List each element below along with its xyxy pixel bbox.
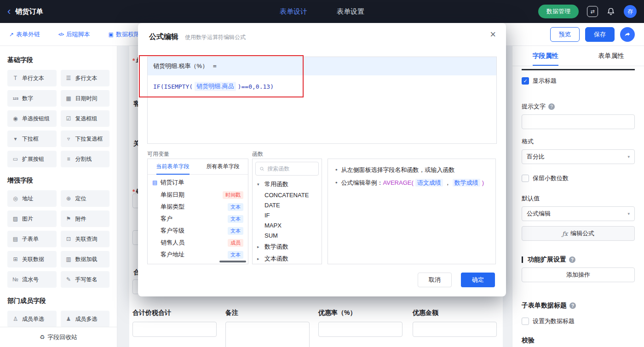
tab-form-design[interactable]: 表单设计 <box>280 7 307 16</box>
back-chevron-icon[interactable]: ‹ <box>7 6 11 17</box>
checkbox-unchecked[interactable] <box>522 318 529 325</box>
backend-script-item[interactable]: </> 后端脚本 <box>58 30 90 39</box>
radio-icon: ◉ <box>12 115 19 122</box>
help-icon[interactable]: ? <box>569 256 575 263</box>
function-item-if[interactable]: IF <box>253 210 322 221</box>
data-permission-label: 数据权限 <box>116 30 140 39</box>
checkbox-unchecked[interactable] <box>522 175 529 182</box>
variable-row[interactable]: 客户地址文本 <box>148 249 248 261</box>
tab-form-settings[interactable]: 表单设置 <box>337 7 364 16</box>
add-action-button[interactable]: 添加操作 <box>522 267 635 282</box>
field-linked-data[interactable]: ⊞关联数据 <box>7 251 57 267</box>
field-multi-line-text[interactable]: ☰多行文本 <box>61 70 110 86</box>
example-function-name: AVERAGE( <box>383 179 414 186</box>
field-radio-group[interactable]: ◉单选按钮组 <box>7 110 57 127</box>
recycle-icon: ♻ <box>40 334 45 341</box>
field-divider[interactable]: ≡分割线 <box>61 151 110 167</box>
field-label: 单选按钮组 <box>22 115 50 123</box>
dropdown-multi-icon: ▿ <box>65 136 73 142</box>
field-serial-number[interactable]: №流水号 <box>7 271 57 288</box>
preview-button[interactable]: 预览 <box>550 27 580 42</box>
share-button[interactable] <box>620 27 635 42</box>
field-discount-rate: 优惠率（%） <box>318 309 408 337</box>
data-permission-item[interactable]: ▣ 数据权限 <box>109 30 140 39</box>
horizontal-scrollbar-thumb[interactable] <box>219 261 246 262</box>
dialog-title: 公式编辑 <box>149 32 178 42</box>
variable-row[interactable]: 销售人员成员 <box>148 237 248 249</box>
function-item-concatenate[interactable]: CONCATENATE <box>253 190 322 200</box>
notification-bell-icon[interactable] <box>606 7 615 16</box>
field-data-load[interactable]: ▥数据加载 <box>61 251 110 267</box>
variable-row[interactable]: 客户等级文本 <box>148 225 248 237</box>
field-label: 优惠金额 <box>413 309 502 317</box>
cancel-button[interactable]: 取消 <box>418 273 452 287</box>
close-icon[interactable]: × <box>490 29 496 40</box>
function-item-sum[interactable]: SUM <box>253 231 322 241</box>
location-icon: ⊕ <box>65 195 73 202</box>
recycle-label: 字段回收站 <box>47 333 77 341</box>
tab-current-form-fields[interactable]: 当前表单字段 <box>148 159 198 174</box>
function-group-math[interactable]: ▸ 数学函数 <box>253 241 322 253</box>
discount-amount-input[interactable] <box>413 322 497 337</box>
app-switch-icon[interactable]: ⇄ <box>587 6 598 17</box>
field-signature[interactable]: ✎手写签名 <box>61 271 110 288</box>
function-search-input[interactable] <box>267 165 315 172</box>
type-tag: 成员 <box>228 239 243 247</box>
formula-editor-dialog: 公式编辑 使用数学运算符编辑公式 × 销货明细.税率（%） ＝ IF(ISEMP… <box>138 23 506 296</box>
total-with-tax-input[interactable] <box>132 322 217 337</box>
function-group-common[interactable]: ▾ 常用函数 <box>253 178 322 190</box>
function-group-text[interactable]: ▸ 文本函数 <box>253 253 322 264</box>
field-single-line-text[interactable]: T单行文本 <box>7 70 57 86</box>
formula-code-line: IF(ISEMPTY( 销货明细.商品 )==0,0.13) <box>148 75 496 97</box>
field-discount-amount: 优惠金额 <box>413 309 502 337</box>
tab-form-properties[interactable]: 表单属性 <box>578 46 644 66</box>
remark-textarea[interactable] <box>225 322 310 347</box>
field-date-time[interactable]: ▦日期时间 <box>61 90 110 107</box>
variable-row[interactable]: 单据类型文本 <box>148 201 248 213</box>
field-subform[interactable]: ▤子表单 <box>7 231 57 247</box>
format-select[interactable]: 百分比 ▾ <box>522 149 635 164</box>
variable-row[interactable]: 单据日期时间戳 <box>148 189 248 201</box>
field-linked-query[interactable]: ⊡关联查询 <box>61 231 110 247</box>
save-button[interactable]: 保存 <box>585 27 615 42</box>
variable-row[interactable]: 客户文本 <box>148 213 248 225</box>
field-location[interactable]: ⊕定位 <box>61 190 110 207</box>
help-icon[interactable]: ? <box>569 302 576 309</box>
function-search-box[interactable] <box>255 162 319 176</box>
field-member-multi[interactable]: ♟成员多选 <box>61 311 110 327</box>
field-dropdown-multi[interactable]: ▿下拉复选框 <box>61 131 110 147</box>
default-value-select[interactable]: 公式编辑 ▾ <box>522 206 635 221</box>
checkbox-checked[interactable]: ✓ <box>522 77 529 85</box>
field-checkbox-group[interactable]: ☑复选框组 <box>61 110 110 127</box>
search-icon <box>259 166 264 172</box>
formula-editor-area[interactable]: 销货明细.税率（%） ＝ IF(ISEMPTY( 销货明细.商品 )==0,0.… <box>147 57 497 144</box>
tab-field-properties[interactable]: 字段属性 <box>512 46 578 66</box>
field-attachment[interactable]: ⚑附件 <box>61 210 110 227</box>
field-token[interactable]: 销货明细.商品 <box>195 82 236 91</box>
field-image[interactable]: ▨图片 <box>7 210 57 227</box>
variables-root-node[interactable]: ▤ 销货订单 <box>148 175 248 189</box>
field-member-single[interactable]: ♙成员单选 <box>7 311 57 327</box>
field-dropdown[interactable]: ▾下拉框 <box>7 131 57 147</box>
confirm-button[interactable]: 确定 <box>461 273 495 287</box>
function-item-date[interactable]: DATE <box>253 200 322 210</box>
edit-formula-button[interactable]: ƒx 编辑公式 <box>522 226 635 241</box>
data-manage-button[interactable]: 数据管理 <box>538 5 579 18</box>
hint-text-input[interactable] <box>522 114 635 129</box>
field-recycle-bin[interactable]: ♻ 字段回收站 <box>0 327 117 347</box>
subform-icon: ▤ <box>12 236 19 242</box>
function-item-mapx[interactable]: MAPX <box>253 221 322 231</box>
help-icon[interactable]: ? <box>548 103 555 110</box>
tip-line: • 从左侧面板选择字段名和函数，或输入函数 <box>335 165 488 176</box>
discount-rate-input[interactable] <box>318 322 402 337</box>
tab-all-form-fields[interactable]: 所有表单字段 <box>198 159 248 174</box>
field-label: 成员单选 <box>22 315 44 323</box>
field-number[interactable]: 123数字 <box>7 90 57 107</box>
external-link-item[interactable]: ↗ 表单外链 <box>9 30 40 39</box>
field-extend-button[interactable]: ▭扩展按钮 <box>7 151 57 167</box>
field-total-with-tax: 合计价税合计 <box>132 309 222 337</box>
field-label: 下拉复选框 <box>75 135 103 143</box>
field-address[interactable]: ◎地址 <box>7 190 57 207</box>
form-title: 销货订单 <box>15 7 43 16</box>
avatar[interactable]: 存 <box>624 5 637 18</box>
